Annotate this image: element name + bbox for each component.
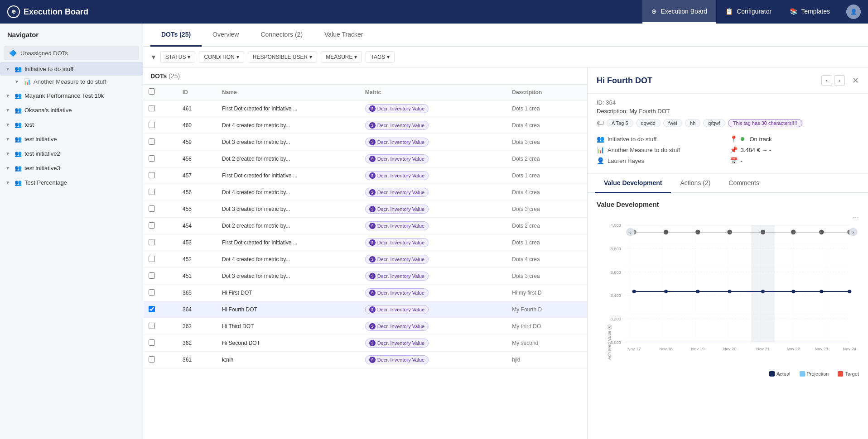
close-detail-button[interactable]: ✕: [852, 76, 859, 86]
user-avatar[interactable]: 👤: [846, 5, 861, 19]
filter-measure[interactable]: MEASURE ▾: [321, 51, 362, 63]
row-checkbox-cell[interactable]: [143, 134, 177, 151]
table-row[interactable]: 452 Dot 4 created for metric by... $ Dec…: [143, 251, 587, 268]
table-row[interactable]: 460 Dot 4 created for metric by... $ Dec…: [143, 117, 587, 134]
chart-wrapper: ··· Achieved Value (€): [597, 214, 859, 367]
row-checkbox-cell[interactable]: [143, 268, 177, 285]
tab-connectors[interactable]: Connectors (2): [250, 24, 313, 47]
oksana-label: Oksana's initiative: [24, 107, 139, 114]
row-checkbox[interactable]: [149, 323, 155, 329]
row-checkbox[interactable]: [149, 155, 155, 162]
tag-fwef[interactable]: fwef: [663, 119, 682, 127]
select-all-checkbox[interactable]: [149, 88, 155, 95]
row-checkbox-cell[interactable]: [143, 218, 177, 234]
row-checkbox[interactable]: [149, 189, 155, 195]
sidebar-unassigned[interactable]: 🔷 Unassigned DOTs: [4, 46, 139, 60]
value-amount: 3.484 € → -: [741, 147, 772, 153]
row-checkbox[interactable]: [149, 105, 155, 111]
row-checkbox-cell[interactable]: [143, 100, 177, 117]
row-checkbox[interactable]: [149, 122, 155, 128]
row-name: Hi Second DOT: [217, 335, 360, 352]
row-id: 457: [177, 167, 217, 184]
table-row[interactable]: 459 Dot 3 created for metric by... $ Dec…: [143, 134, 587, 151]
table-row[interactable]: 453 First Dot created for Initiative ...…: [143, 234, 587, 251]
detail-tab-actions[interactable]: Actions (2): [671, 174, 719, 193]
svg-text:3,400: 3,400: [610, 293, 621, 298]
detail-tab-comments[interactable]: Comments: [719, 174, 768, 193]
row-checkbox[interactable]: [149, 138, 155, 145]
chart-more-button[interactable]: ···: [853, 214, 859, 222]
nav-configurator[interactable]: 📋 Configurator: [716, 0, 781, 24]
table-row[interactable]: 361 k;nlh $ Decr. Inventory Value hjkl: [143, 352, 587, 368]
prev-dot-button[interactable]: ‹: [821, 75, 832, 86]
next-dot-button[interactable]: ›: [834, 75, 845, 86]
table-row[interactable]: 456 Dot 4 created for metric by... $ Dec…: [143, 184, 587, 201]
nav-group-header-test-initiative2[interactable]: ▼ 👥 test initiative2: [0, 147, 143, 160]
tag-long[interactable]: This tag has 30 characters!!!!: [728, 119, 802, 127]
row-checkbox-cell[interactable]: [143, 335, 177, 352]
chevron-down-icon: ▼: [5, 166, 12, 171]
row-checkbox-cell[interactable]: [143, 151, 177, 167]
row-checkbox-cell[interactable]: [143, 234, 177, 251]
row-checkbox-cell[interactable]: [143, 184, 177, 201]
row-checkbox-cell[interactable]: [143, 117, 177, 134]
row-desc: Hi my first D: [506, 285, 587, 301]
row-checkbox[interactable]: [149, 172, 155, 178]
svg-text:3,200: 3,200: [610, 317, 621, 321]
table-row[interactable]: 362 Hi Second DOT $ Decr. Inventory Valu…: [143, 335, 587, 352]
row-checkbox-cell[interactable]: [143, 285, 177, 301]
row-checkbox-cell[interactable]: [143, 318, 177, 335]
nav-execution-board[interactable]: ⊕ Execution Board: [642, 0, 716, 24]
tag-a-tag-5[interactable]: A Tag 5: [607, 119, 633, 127]
metric-badge: $ Decr. Inventory Value: [365, 322, 429, 331]
table-row[interactable]: 365 Hi First DOT $ Decr. Inventory Value…: [143, 285, 587, 301]
nav-templates[interactable]: 📚 Templates: [781, 0, 839, 24]
table-row[interactable]: 458 Dot 2 created for metric by... $ Dec…: [143, 151, 587, 167]
row-checkbox-cell[interactable]: [143, 301, 177, 318]
nav-group-header-test-initiative[interactable]: ▼ 👥 test initiative: [0, 132, 143, 146]
row-checkbox-cell[interactable]: [143, 167, 177, 184]
tab-overview[interactable]: Overview: [202, 24, 250, 47]
table-row[interactable]: 363 Hi Third DOT $ Decr. Inventory Value…: [143, 318, 587, 335]
row-checkbox[interactable]: [149, 205, 155, 212]
tag-hh[interactable]: hh: [685, 119, 700, 127]
nav-group-header-oksana[interactable]: ▼ 👥 Oksana's initiative: [0, 103, 143, 117]
row-checkbox[interactable]: [149, 272, 155, 279]
nav-group-header-test-percentage[interactable]: ▼ 👥 Test Percentage: [0, 176, 143, 189]
svg-text:Nov 24: Nov 24: [843, 347, 856, 351]
filter-condition[interactable]: CONDITION ▾: [199, 51, 244, 63]
chevron-down-icon: ▼: [5, 108, 12, 113]
row-checkbox[interactable]: [149, 339, 155, 346]
filter-tags[interactable]: TAGS ▾: [366, 51, 395, 63]
row-checkbox-cell[interactable]: [143, 352, 177, 368]
table-row[interactable]: 451 Dot 3 created for metric by... $ Dec…: [143, 268, 587, 285]
row-checkbox[interactable]: [149, 306, 155, 312]
tab-dots[interactable]: DOTs (25): [150, 24, 202, 47]
table-row[interactable]: 457 First Dot created for Initiative ...…: [143, 167, 587, 184]
row-id: 364: [177, 301, 217, 318]
row-checkbox-cell[interactable]: [143, 251, 177, 268]
tag-dqwdd[interactable]: dqwdd: [636, 119, 661, 127]
nav-group-header-test[interactable]: ▼ 👥 test: [0, 118, 143, 131]
svg-text:Nov 20: Nov 20: [723, 347, 736, 351]
filter-responsible-user[interactable]: RESPONSIBLE USER ▾: [248, 51, 317, 63]
tab-value-tracker[interactable]: Value Tracker: [313, 24, 374, 47]
row-checkbox[interactable]: [149, 289, 155, 296]
nav-child-another-measure[interactable]: ▼ 📊 Another Measure to do stuff: [9, 76, 143, 88]
row-checkbox-cell[interactable]: [143, 201, 177, 218]
tag-qfqwf[interactable]: qfqwf: [703, 119, 725, 127]
detail-tab-value-development[interactable]: Value Development: [595, 174, 671, 193]
table-row[interactable]: 455 Dot 3 created for metric by... $ Dec…: [143, 201, 587, 218]
table-row[interactable]: 364 Hi Fourth DOT $ Decr. Inventory Valu…: [143, 301, 587, 318]
nav-group-header-mayank[interactable]: ▼ 👥 Mayank Performance Test 10k: [0, 89, 143, 102]
filter-status[interactable]: STATUS ▾: [160, 51, 196, 63]
row-checkbox[interactable]: [149, 222, 155, 229]
mayank-label: Mayank Performance Test 10k: [24, 92, 139, 99]
nav-group-header-initiative[interactable]: ▼ 👥 Initiative to do stuff: [0, 62, 143, 76]
table-row[interactable]: 454 Dot 2 created for metric by... $ Dec…: [143, 218, 587, 234]
nav-group-header-test-initiative3[interactable]: ▼ 👥 test initiative3: [0, 161, 143, 175]
row-checkbox[interactable]: [149, 356, 155, 363]
row-checkbox[interactable]: [149, 239, 155, 245]
table-row[interactable]: 461 First Dot created for Initiative ...…: [143, 100, 587, 117]
row-checkbox[interactable]: [149, 256, 155, 262]
